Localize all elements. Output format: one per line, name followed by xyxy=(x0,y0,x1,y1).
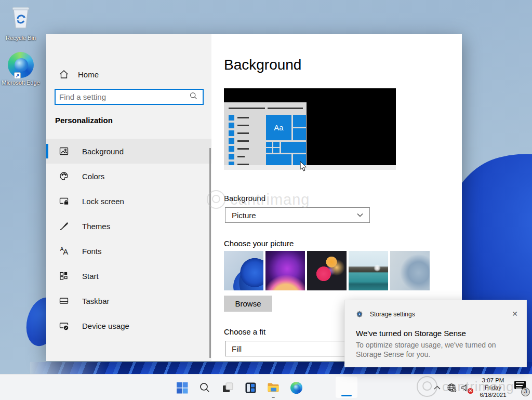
start-grid-icon xyxy=(59,271,69,281)
edge-icon: ↗ xyxy=(8,52,34,78)
desktop-icon-microsoft-edge[interactable]: ↗ Microsoft Edge xyxy=(1,52,41,86)
sidebar-item-start[interactable]: Start xyxy=(46,263,211,288)
desktop-icon-recycle-bin[interactable]: Recycle Bin xyxy=(1,4,41,42)
choose-picture-label: Choose your picture xyxy=(224,239,294,248)
browse-button[interactable]: Browse xyxy=(224,296,272,312)
device-usage-icon xyxy=(59,321,69,331)
sidebar-item-home[interactable]: Home xyxy=(55,65,200,84)
mute-badge: ✕ xyxy=(468,388,473,394)
file-explorer-icon xyxy=(267,382,280,393)
lock-screen-icon xyxy=(59,196,69,206)
desktop-icon-label: Recycle Bin xyxy=(1,35,41,42)
file-explorer-button[interactable] xyxy=(267,381,280,394)
task-view-icon xyxy=(222,382,234,394)
taskbar-icon xyxy=(59,296,69,306)
background-preview: Aa xyxy=(224,88,396,170)
speaker-muted-icon[interactable]: ✕ xyxy=(458,381,472,394)
settings-search-box xyxy=(55,89,204,105)
preview-start-menu: Aa xyxy=(224,102,307,165)
storage-settings-toast[interactable]: Storage settings ✕ We've turned on Stora… xyxy=(344,300,527,367)
desktop-icon-label: Microsoft Edge xyxy=(1,79,41,86)
desktop: Recycle Bin ↗ Microsoft Edge Settings xyxy=(0,0,532,400)
widgets-button[interactable] xyxy=(244,381,257,394)
notification-count-badge: 3 xyxy=(521,388,530,396)
recycle-bin-icon xyxy=(7,24,34,33)
page-title: Background xyxy=(224,57,301,73)
sidebar-item-fonts[interactable]: AA Fonts xyxy=(46,238,211,263)
wallpaper-thumbnail-seascape[interactable] xyxy=(349,251,388,290)
tray-chevron-up-icon[interactable] xyxy=(430,381,444,394)
edge-icon xyxy=(290,382,302,394)
image-icon xyxy=(59,146,69,156)
chevron-down-icon xyxy=(357,213,363,217)
taskbar-search-button[interactable] xyxy=(198,381,211,394)
sidebar-item-colors[interactable]: Colors xyxy=(46,164,211,189)
start-button[interactable] xyxy=(176,381,188,394)
brush-icon xyxy=(59,221,69,231)
wallpaper-thumbnail-gray-fabric[interactable] xyxy=(390,251,430,290)
sidebar-scrollbar[interactable] xyxy=(209,148,211,358)
picture-thumbnails xyxy=(224,251,430,290)
wallpaper-thumbnail-bloom-blue[interactable] xyxy=(224,251,263,290)
task-view-button[interactable] xyxy=(221,381,234,394)
preview-taskbar xyxy=(224,165,396,170)
notification-center-button[interactable]: 3 xyxy=(513,380,529,395)
clock-time: 3:07 PM xyxy=(476,377,510,384)
network-globe-offline-icon[interactable] xyxy=(445,381,458,394)
palette-icon xyxy=(59,171,69,181)
sidebar-nav: Background Colors xyxy=(46,139,211,338)
gear-icon xyxy=(355,310,364,318)
selected-accent-bar xyxy=(46,144,48,158)
wallpaper-thumbnail-abstract-flower[interactable] xyxy=(307,251,347,290)
sidebar-section-title: Personalization xyxy=(55,116,113,125)
taskbar: ✕ 3:07 PM Friday 6/18/2021 3 xyxy=(0,374,532,400)
start-button-icon xyxy=(176,382,188,394)
preview-aa-tile: Aa xyxy=(266,115,291,140)
sidebar-item-taskbar[interactable]: Taskbar xyxy=(46,288,211,313)
background-dropdown-label: Background xyxy=(224,194,265,203)
fonts-icon: AA xyxy=(59,246,69,256)
system-tray: ✕ 3:07 PM Friday 6/18/2021 3 xyxy=(430,375,532,400)
background-type-dropdown[interactable]: Picture xyxy=(225,207,370,223)
choose-fit-label: Choose a fit xyxy=(224,327,265,336)
taskbar-clock[interactable]: 3:07 PM Friday 6/18/2021 xyxy=(476,377,510,398)
clock-day: Friday xyxy=(476,384,510,391)
sidebar-item-lock-screen[interactable]: Lock screen xyxy=(46,189,211,214)
settings-taskbar-button-active[interactable] xyxy=(336,377,357,398)
toast-title: We've turned on Storage Sense xyxy=(356,329,466,338)
dropdown-value: Picture xyxy=(232,211,256,220)
toast-app-name: Storage settings xyxy=(370,311,415,318)
search-input[interactable] xyxy=(56,92,190,101)
wallpaper-thumbnail-purple-glow[interactable] xyxy=(265,251,305,290)
sidebar-item-background[interactable]: Background xyxy=(46,139,211,164)
sidebar-item-device-usage[interactable]: Device usage xyxy=(46,313,211,338)
search-icon xyxy=(199,382,210,393)
edge-taskbar-button[interactable] xyxy=(290,381,302,394)
clock-date: 6/18/2021 xyxy=(476,391,510,398)
toast-body: To optimize storage usage, we've turned … xyxy=(356,340,514,359)
running-indicator xyxy=(272,397,275,398)
sidebar-item-themes[interactable]: Themes xyxy=(46,214,211,238)
shortcut-arrow-icon: ↗ xyxy=(14,72,21,79)
widgets-icon xyxy=(245,382,257,394)
toast-close-button[interactable]: ✕ xyxy=(510,309,520,319)
home-icon xyxy=(59,69,69,79)
settings-sidebar: Home Personalization xyxy=(46,34,211,361)
search-icon[interactable] xyxy=(190,92,197,102)
dropdown-value: Fill xyxy=(232,344,242,353)
cursor-arrow xyxy=(300,161,308,174)
